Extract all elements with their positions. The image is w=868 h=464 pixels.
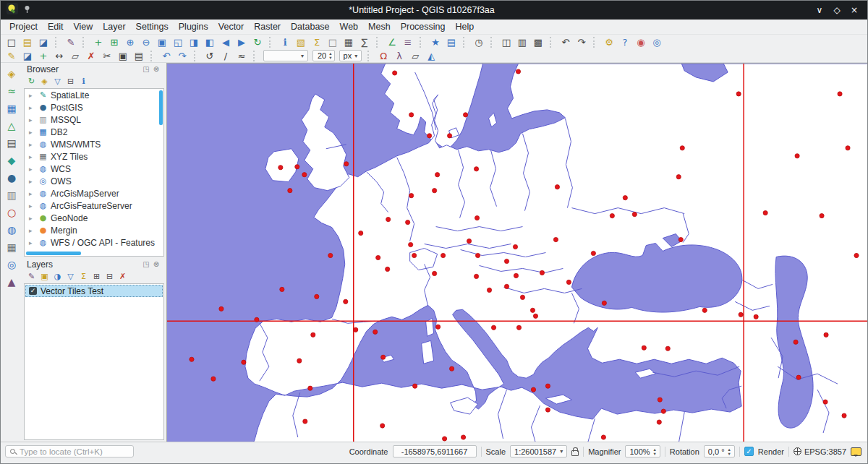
add-wfs-layer-icon[interactable]: ◎ xyxy=(4,257,20,272)
browser-item-wcs[interactable]: ▸◍WCS xyxy=(25,163,163,175)
browser-item-ows[interactable]: ▸◎OWS xyxy=(25,175,163,187)
expand-arrow-icon[interactable]: ▸ xyxy=(29,215,35,222)
crs-button[interactable]: EPSG:3857 xyxy=(793,447,846,456)
browser-item-db2[interactable]: ▸▦DB2 xyxy=(25,126,163,138)
browser-horizontal-scrollbar[interactable] xyxy=(26,252,81,255)
messages-icon[interactable] xyxy=(851,447,861,456)
add-xyz-layer-icon[interactable]: ▦ xyxy=(4,239,20,254)
temporal-controller-icon[interactable]: ◷ xyxy=(472,35,486,48)
deselect-all-icon[interactable]: □ xyxy=(326,35,340,48)
redo-icon[interactable]: ↷ xyxy=(574,35,589,48)
collapse-all-icon[interactable]: ⊟ xyxy=(103,271,116,282)
add-wms-layer-icon[interactable]: ◍ xyxy=(4,222,20,237)
layer-item-vector-tiles-test[interactable]: ✓Vector Tiles Test xyxy=(25,285,163,297)
float-panel-icon[interactable]: ◳ xyxy=(141,65,151,73)
pin-icon[interactable] xyxy=(23,4,31,17)
expand-arrow-icon[interactable]: ▸ xyxy=(29,141,35,148)
open-project-icon[interactable]: ▤ xyxy=(20,35,35,48)
float-panel-icon[interactable]: ◳ xyxy=(141,260,151,268)
browser-new-connection-icon[interactable]: ◈ xyxy=(38,76,51,87)
browser-item-geonode[interactable]: ▸●GeoNode xyxy=(25,212,163,224)
add-oracle-layer-icon[interactable]: ○ xyxy=(4,205,20,220)
browser-item-wfs-ogc-api-features[interactable]: ▸◍WFS / OGC API - Features xyxy=(25,236,163,249)
snapping-icon[interactable]: Ω xyxy=(376,49,391,62)
metasearch-icon[interactable]: ◎ xyxy=(650,35,664,48)
add-delimited-text-layer-icon[interactable]: ▤ xyxy=(4,135,20,150)
new-map-view-icon[interactable]: ◫ xyxy=(499,35,514,48)
show-bookmarks-icon[interactable]: ▤ xyxy=(444,35,459,48)
split-features-icon[interactable]: / xyxy=(218,49,233,62)
zoom-native-icon[interactable]: ▣ xyxy=(155,35,169,48)
browser-vertical-scrollbar[interactable] xyxy=(159,90,163,125)
tracing-icon[interactable]: λ xyxy=(392,49,407,62)
processing-toolbox-icon[interactable]: ⚙ xyxy=(602,35,616,48)
zoom-out-icon[interactable]: ⊖ xyxy=(139,35,153,48)
undo-icon[interactable]: ↶ xyxy=(558,35,573,48)
expand-arrow-icon[interactable]: ▸ xyxy=(29,190,35,197)
style-manager-icon[interactable]: ✎ xyxy=(64,35,78,48)
identify-features-icon[interactable]: ℹ xyxy=(278,35,292,48)
close-button[interactable]: × xyxy=(847,5,861,15)
menu-item-plugins[interactable]: Plugins xyxy=(174,20,213,33)
menu-item-view[interactable]: View xyxy=(68,20,98,33)
spin-buttons[interactable]: ▴▾ xyxy=(654,447,656,456)
filter-legend-icon[interactable]: ▽ xyxy=(64,271,77,282)
browser-item-wms-wmts[interactable]: ▸◍WMS/WMTS xyxy=(25,138,163,150)
open-layer-styling-icon[interactable]: ✎ xyxy=(25,271,38,282)
data-source-manager-icon[interactable]: ◈ xyxy=(4,66,20,81)
menu-item-database[interactable]: Database xyxy=(286,20,335,33)
add-feature-icon[interactable]: + xyxy=(36,49,51,62)
spin-buttons[interactable]: ▴▾ xyxy=(728,447,731,456)
expand-arrow-icon[interactable]: ▸ xyxy=(29,239,35,246)
add-vector-tile-layer-icon[interactable]: ▲ xyxy=(4,274,20,289)
browser-item-mssql[interactable]: ▸▥MSSQL xyxy=(25,113,163,126)
maximize-button[interactable]: ◇ xyxy=(830,5,844,15)
delete-selected-icon[interactable]: ✗ xyxy=(84,49,98,62)
move-feature-icon[interactable]: ↔ xyxy=(52,49,67,62)
size-spinbox[interactable]: 20 ▴▾ xyxy=(312,50,335,61)
zoom-last-icon[interactable]: ◀ xyxy=(218,35,233,48)
add-group-icon[interactable]: ▣ xyxy=(38,271,51,282)
manage-map-themes-icon[interactable]: ◑ xyxy=(51,271,64,282)
browser-filter-icon[interactable]: ▽ xyxy=(51,76,64,87)
vert-ex-tool-icon[interactable]: ▱ xyxy=(68,49,82,62)
statistical-summary-icon[interactable]: ≡ xyxy=(401,35,415,48)
browser-item-mergin[interactable]: ▸●Mergin xyxy=(25,224,163,236)
zoom-in-icon[interactable]: ⊕ xyxy=(123,35,137,48)
redo-edits-icon[interactable]: ↷ xyxy=(175,49,190,62)
expand-arrow-icon[interactable]: ▸ xyxy=(29,227,35,234)
window-menu-button[interactable]: ∨ xyxy=(812,5,827,15)
menu-item-settings[interactable]: Settings xyxy=(131,20,174,33)
menu-item-processing[interactable]: Processing xyxy=(396,20,451,33)
magnifier-spinbox[interactable]: 100% ▴▾ xyxy=(625,445,660,457)
map-canvas[interactable] xyxy=(166,63,868,443)
zoom-next-icon[interactable]: ▶ xyxy=(234,35,249,48)
advanced-digitizing-icon[interactable]: ◭ xyxy=(424,49,438,62)
add-postgis-layer-icon[interactable]: ● xyxy=(4,170,20,185)
browser-item-xyz-tiles[interactable]: ▸▦XYZ Tiles xyxy=(25,150,163,163)
spin-buttons[interactable]: ▴▾ xyxy=(329,51,331,60)
avoid-overlap-icon[interactable]: ▱ xyxy=(408,49,422,62)
save-layer-edits-icon[interactable]: ◪ xyxy=(20,49,35,62)
close-panel-icon[interactable]: ⊗ xyxy=(151,260,161,268)
open-attribute-table-icon[interactable]: ▦ xyxy=(341,35,356,48)
save-project-icon[interactable]: ◪ xyxy=(36,35,51,48)
reshape-features-icon[interactable]: ≈ xyxy=(234,49,249,62)
measure-line-icon[interactable]: ∠ xyxy=(385,35,399,48)
zoom-full-icon[interactable]: ◱ xyxy=(171,35,185,48)
menu-item-mesh[interactable]: Mesh xyxy=(363,20,396,33)
rotate-feature-icon[interactable]: ↺ xyxy=(203,49,217,62)
browser-item-arcgismapserver[interactable]: ▸◍ArcGisMapServer xyxy=(25,187,163,199)
expand-arrow-icon[interactable]: ▸ xyxy=(29,202,35,210)
new-layout-icon[interactable]: ▥ xyxy=(515,35,529,48)
filter-by-expression-icon[interactable]: Σ xyxy=(77,271,90,282)
menu-item-layer[interactable]: Layer xyxy=(98,20,130,33)
menu-item-raster[interactable]: Raster xyxy=(249,20,286,33)
lock-scale-icon[interactable] xyxy=(571,450,579,456)
add-mesh-layer-icon[interactable]: △ xyxy=(4,118,20,133)
browser-refresh-icon[interactable]: ↻ xyxy=(25,76,38,87)
menu-item-web[interactable]: Web xyxy=(335,20,363,33)
browser-properties-icon[interactable]: ℹ xyxy=(77,76,90,87)
menu-item-edit[interactable]: Edit xyxy=(43,20,69,33)
zoom-to-layer-icon[interactable]: ◧ xyxy=(203,35,217,48)
